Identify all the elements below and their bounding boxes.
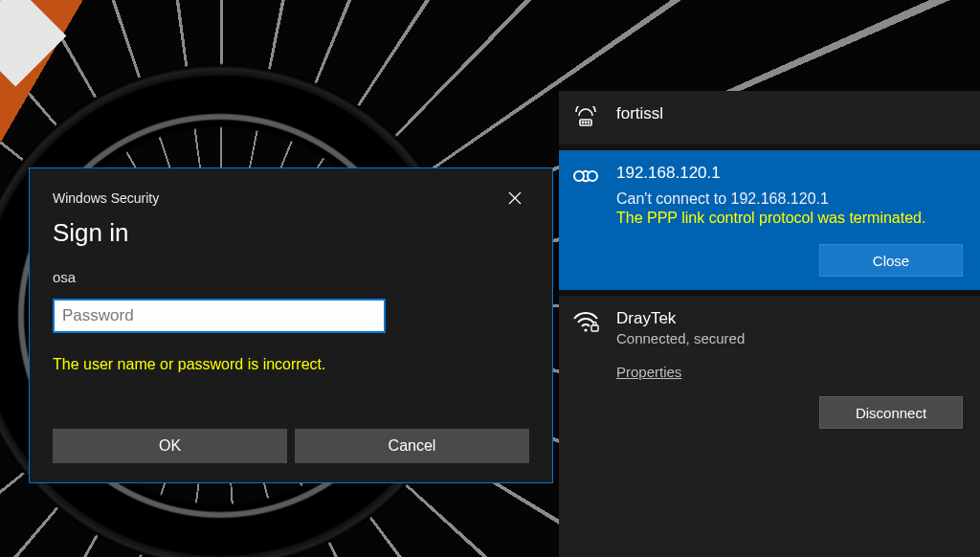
modem-icon xyxy=(572,106,599,131)
dialog-title: Windows Security xyxy=(53,190,159,206)
username-label: osa xyxy=(53,269,529,285)
network-name: DrayTek xyxy=(616,309,963,328)
close-button[interactable]: Close xyxy=(819,244,963,277)
windows-security-dialog: Windows Security Sign in osa The user na… xyxy=(29,167,553,483)
error-message: The user name or password is incorrect. xyxy=(53,356,529,373)
network-item-wifi[interactable]: DrayTek Connected, secured Properties Di… xyxy=(559,296,980,442)
svg-point-6 xyxy=(584,328,587,331)
network-item-fortissl[interactable]: fortissl xyxy=(559,91,980,145)
vpn-chain-icon xyxy=(572,166,599,277)
network-item-vpn[interactable]: 192.168.120.1 Can't connect to 192.168.1… xyxy=(559,150,980,290)
svg-rect-7 xyxy=(591,325,598,331)
network-error: The PPP link control protocol was termin… xyxy=(616,210,963,227)
network-state: Connected, secured xyxy=(616,330,963,346)
close-icon[interactable] xyxy=(501,184,529,212)
dialog-heading: Sign in xyxy=(53,218,529,248)
network-flyout: fortissl 192.168.120.1 Can't connect to … xyxy=(559,91,980,557)
properties-link[interactable]: Properties xyxy=(616,364,681,380)
svg-point-1 xyxy=(582,122,583,123)
network-name: 192.168.120.1 xyxy=(616,164,963,183)
cancel-button[interactable]: Cancel xyxy=(295,429,529,463)
network-name: fortissl xyxy=(616,104,963,123)
dialog-titlebar: Windows Security xyxy=(53,184,529,212)
dialog-button-row: OK Cancel xyxy=(53,429,529,463)
network-message: Can't connect to 192.168.120.1 xyxy=(616,190,963,208)
svg-point-2 xyxy=(585,122,586,123)
ok-button[interactable]: OK xyxy=(53,429,287,463)
password-input[interactable] xyxy=(53,299,386,333)
svg-point-3 xyxy=(588,122,589,123)
disconnect-button[interactable]: Disconnect xyxy=(819,396,963,429)
wifi-secure-icon xyxy=(572,311,599,429)
